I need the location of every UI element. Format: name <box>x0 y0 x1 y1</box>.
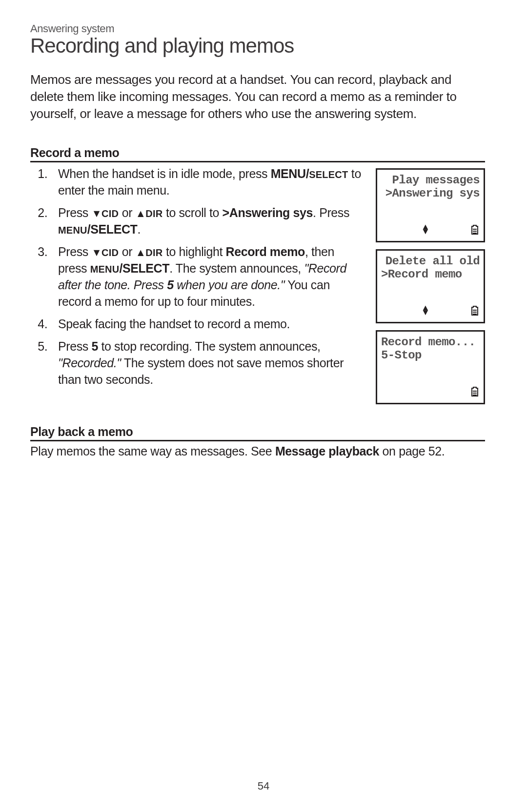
playback-note: Play memos the same way as messages. See… <box>30 444 485 458</box>
page-number: 54 <box>0 780 527 792</box>
text: . Press <box>313 206 349 219</box>
page-title: Recording and playing memos <box>30 34 485 58</box>
text: Press <box>58 206 91 219</box>
text: or <box>119 245 136 258</box>
text: Press <box>58 245 91 258</box>
screen-line: 5-Stop <box>381 349 480 362</box>
playback-heading: Play back a memo <box>30 425 485 441</box>
down-triangle-icon: ▼ <box>423 311 428 315</box>
text-bold: MENU/ <box>271 167 309 180</box>
text-smallcaps: dir <box>145 247 162 258</box>
text-smallcaps: cid <box>101 208 119 219</box>
text-smallcaps: cid <box>101 247 119 258</box>
text: . The system announces, <box>169 261 304 275</box>
record-row: When the handset is in idle mode, press … <box>30 165 485 404</box>
text-smallcaps: select <box>309 169 348 180</box>
up-triangle-icon: ▲ <box>136 208 146 219</box>
down-triangle-icon: ▼ <box>423 230 428 234</box>
battery-icon <box>471 224 479 235</box>
handset-screen-1: Play messages >Answering sys ▲ ▼ <box>376 168 485 242</box>
text: to highlight <box>162 245 225 258</box>
battery-icon <box>471 386 479 397</box>
handset-screens: Play messages >Answering sys ▲ ▼ Delete … <box>376 168 485 404</box>
screen-line: Play messages <box>381 174 480 187</box>
step-4: Speak facing the handset to record a mem… <box>57 316 364 332</box>
text-bold: /SELECT <box>87 222 138 236</box>
text-bold: /SELECT <box>119 261 169 275</box>
battery-icon <box>471 305 479 316</box>
text-bold: Message playback <box>275 444 379 458</box>
text: to scroll to <box>162 206 222 219</box>
record-heading: Record a memo <box>30 146 485 162</box>
screen-line: >Answering sys <box>381 187 480 200</box>
screen-line: Delete all old <box>381 255 480 268</box>
intro-paragraph: Memos are messages you record at a hands… <box>30 71 485 122</box>
up-down-arrows-icon: ▲ ▼ <box>423 306 428 315</box>
text-smallcaps: menu <box>58 225 87 236</box>
text-smallcaps: dir <box>145 208 162 219</box>
text: or <box>119 206 136 219</box>
step-5: Press 5 to stop recording. The system an… <box>57 338 364 388</box>
handset-screen-2: Delete all old >Record memo ▲ ▼ <box>376 249 485 323</box>
text-bold: 5 <box>91 339 98 353</box>
down-triangle-icon: ▼ <box>91 208 101 219</box>
text-italic-bold: 5 <box>167 278 174 292</box>
section-eyebrow: Answering system <box>30 22 485 35</box>
text-smallcaps: menu <box>90 264 120 275</box>
text-bold: >Answering sys <box>223 206 313 219</box>
text: on page 52. <box>379 444 445 458</box>
screen-icons: ▲ ▼ <box>381 302 480 319</box>
text-bold: Record memo <box>226 245 305 258</box>
handset-screen-3: Record memo... 5-Stop <box>376 330 485 404</box>
screen-line: Record memo... <box>381 336 480 349</box>
text: Play memos the same way as messages. See <box>30 444 275 458</box>
text: . <box>137 222 141 236</box>
down-triangle-icon: ▼ <box>91 247 101 258</box>
text: When the handset is in idle mode, press <box>58 167 271 180</box>
step-3: Press ▼cid or ▲dir to highlight Record m… <box>57 243 364 310</box>
step-2: Press ▼cid or ▲dir to scroll to >Answeri… <box>57 204 364 238</box>
screen-icons: ▲ ▼ <box>381 221 480 238</box>
screen-line: >Record memo <box>381 268 480 281</box>
text: Press <box>58 339 91 353</box>
record-steps: When the handset is in idle mode, press … <box>30 165 364 394</box>
up-triangle-icon: ▲ <box>136 247 146 258</box>
text: to stop recording. The system announces, <box>98 339 321 353</box>
step-1: When the handset is in idle mode, press … <box>57 165 364 198</box>
text-italic: "Recorded." <box>58 356 121 370</box>
text-italic: when you are done." <box>174 278 284 292</box>
screen-icons <box>381 383 480 400</box>
manual-page: Answering system Recording and playing m… <box>0 0 527 812</box>
up-down-arrows-icon: ▲ ▼ <box>423 225 428 234</box>
